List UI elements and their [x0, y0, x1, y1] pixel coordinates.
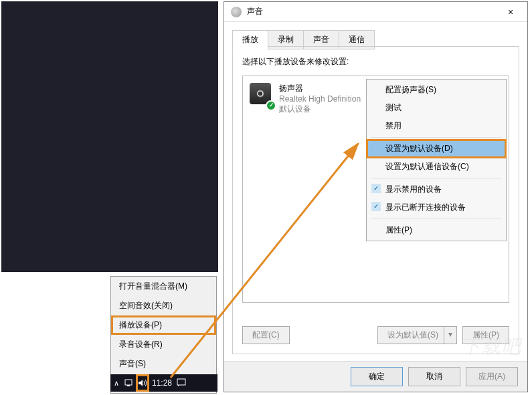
device-list[interactable]: 扬声器 Realtek High Definition 默认设备 配置扬声器(S…	[242, 76, 509, 303]
default-check-badge-icon	[266, 100, 276, 111]
ctx-separator	[371, 219, 502, 219]
network-icon[interactable]	[122, 376, 136, 390]
menu-sounds[interactable]: 声音(S)	[111, 354, 216, 374]
ok-button[interactable]: 确定	[351, 367, 403, 386]
titlebar: 声音 ×	[224, 2, 527, 22]
close-button[interactable]: ×	[501, 7, 521, 17]
sound-dialog: 声音 × 播放 录制 声音 通信 选择以下播放设备来修改设置: 扬声器 Real…	[224, 1, 528, 392]
device-name: 扬声器	[279, 83, 361, 94]
set-default-button[interactable]: 设为默认值(S) ▾	[377, 326, 457, 344]
menu-spatial-sound[interactable]: 空间音效(关闭)	[111, 296, 216, 315]
ctx-show-disabled[interactable]: ✓显示禁用的设备	[367, 180, 506, 199]
menu-playback-devices[interactable]: 播放设备(P)	[111, 315, 216, 335]
ctx-properties[interactable]: 属性(P)	[367, 221, 506, 239]
ctx-show-disconnected[interactable]: ✓显示已断开连接的设备	[367, 199, 506, 217]
device-context-menu: 配置扬声器(S) 测试 禁用 设置为默认设备(D) 设置为默认通信设备(C) ✓…	[366, 79, 507, 241]
svg-rect-2	[177, 379, 185, 385]
configure-button[interactable]: 配置(C)	[242, 326, 290, 344]
ctx-set-default-comm[interactable]: 设置为默认通信设备(C)	[367, 158, 506, 176]
taskbar-tray: ∧ 11:28	[110, 374, 217, 392]
svg-rect-0	[125, 380, 132, 385]
svg-rect-1	[127, 385, 130, 386]
tray-clock[interactable]: 11:28	[149, 378, 175, 388]
volume-icon[interactable]	[136, 374, 149, 392]
set-default-label: 设为默认值(S)	[387, 330, 438, 341]
dialog-title: 声音	[247, 6, 501, 17]
ctx-configure-speakers[interactable]: 配置扬声器(S)	[367, 81, 506, 99]
ctx-show-disabled-label: 显示禁用的设备	[385, 184, 442, 194]
tray-overflow-chevron-icon[interactable]: ∧	[110, 379, 122, 388]
ctx-disable[interactable]: 禁用	[367, 117, 506, 135]
dialog-button-row: 确定 取消 应用(A)	[224, 361, 527, 392]
ctx-separator	[371, 137, 502, 138]
desktop-dark-area	[1, 1, 218, 272]
ctx-show-disconnected-label: 显示已断开连接的设备	[385, 203, 466, 212]
ctx-set-default[interactable]: 设置为默认设备(D)	[367, 140, 506, 158]
instruction-text: 选择以下播放设备来修改设置:	[242, 56, 509, 68]
notification-icon[interactable]	[175, 378, 188, 389]
menu-recording-devices[interactable]: 录音设备(R)	[111, 335, 216, 354]
device-vendor: Realtek High Definition	[279, 94, 361, 104]
check-icon: ✓	[371, 202, 381, 211]
menu-volume-mixer[interactable]: 打开音量混合器(M)	[111, 277, 216, 296]
apply-button[interactable]: 应用(A)	[466, 367, 518, 386]
tab-playback[interactable]: 播放	[232, 30, 268, 49]
device-text: 扬声器 Realtek High Definition 默认设备	[279, 83, 361, 115]
ctx-separator	[371, 178, 502, 178]
check-icon: ✓	[371, 184, 381, 193]
playback-panel: 选择以下播放设备来修改设置: 扬声器 Realtek High Definiti…	[232, 46, 519, 354]
properties-button[interactable]: 属性(P)	[462, 326, 509, 344]
panel-button-row: 配置(C) 设为默认值(S) ▾ 属性(P)	[242, 326, 509, 344]
cancel-button[interactable]: 取消	[408, 367, 460, 386]
speaker-icon	[250, 83, 274, 107]
set-default-dropdown-icon[interactable]: ▾	[444, 327, 456, 344]
ctx-test[interactable]: 测试	[367, 99, 506, 117]
device-status: 默认设备	[279, 104, 361, 115]
sound-dialog-icon	[231, 7, 242, 17]
